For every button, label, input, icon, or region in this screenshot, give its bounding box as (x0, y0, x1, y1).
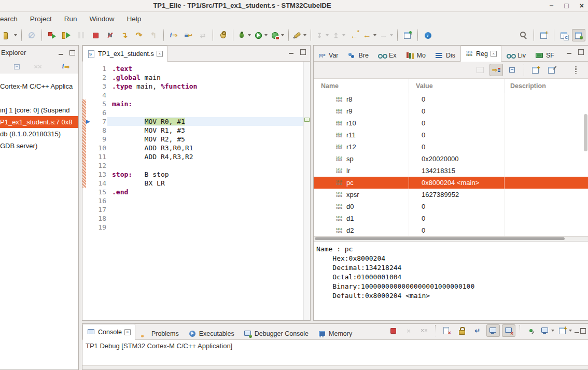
new-button[interactable] (3, 29, 18, 41)
registers-table[interactable]: r80r90r100r110r120sp0x20020000lr13421831… (314, 93, 588, 236)
minimize-view-icon[interactable] (567, 53, 571, 54)
console-tab-console[interactable]: Console× (82, 324, 135, 340)
register-row[interactable]: d20 (314, 224, 588, 236)
annotation-gutter[interactable] (86, 99, 94, 108)
console-tab-memory[interactable]: Memory (314, 328, 356, 339)
edit-register-group-button[interactable] (545, 64, 558, 76)
back-button[interactable]: ← (362, 29, 377, 41)
collapse-all-button[interactable] (506, 64, 519, 76)
menu-item-project[interactable]: Project (30, 15, 52, 23)
step-over-button[interactable]: ↷ (132, 29, 146, 41)
dropdown-chevron-icon[interactable] (569, 330, 572, 332)
console-tab-debugger-console[interactable]: Debugger Console (240, 328, 313, 339)
disconnect-button[interactable] (103, 29, 117, 41)
forward-button[interactable]: → (379, 29, 394, 41)
restart-button[interactable] (45, 29, 59, 41)
close-view-icon[interactable]: × (124, 329, 131, 335)
dropdown-chevron-icon[interactable] (373, 34, 376, 36)
word-wrap-button[interactable]: ↵ (471, 324, 484, 337)
maximize-view-icon[interactable] (580, 328, 586, 334)
last-edit-location-button[interactable]: ← (347, 29, 361, 41)
debug-tree-item[interactable]: Cortex-M C/C++ Applica (0, 80, 78, 92)
annotation-gutter[interactable] (86, 64, 94, 73)
view-tab-reg[interactable]: Reg× (460, 46, 501, 62)
run-button[interactable] (253, 29, 269, 41)
code-editor[interactable]: 1.text2.global main3.type main, %functio… (82, 62, 310, 320)
debug-tree-item[interactable]: P1_ex1_student.s:7 0x8 (0, 116, 78, 128)
step-into-button[interactable]: ↴ (118, 29, 131, 41)
register-row[interactable]: sp0x20020000 (314, 153, 588, 165)
console-tab-problems[interactable]: Problems (136, 328, 183, 339)
register-row[interactable]: xpsr1627389952 (314, 189, 588, 201)
register-row[interactable]: lr134218315 (314, 165, 588, 177)
suspend-button[interactable] (74, 29, 88, 41)
drop-to-frame-button[interactable] (181, 29, 195, 41)
remove-all-launches-button[interactable]: ×× (417, 324, 431, 337)
debug-view-title[interactable]: Explorer (1, 49, 52, 56)
info-button[interactable] (421, 29, 435, 41)
menu-item-run[interactable]: Run (64, 15, 77, 23)
display-console-button[interactable] (540, 324, 555, 337)
minimize-view-icon[interactable] (59, 54, 63, 55)
minimize-view-icon[interactable] (575, 332, 579, 333)
menu-item-help[interactable]: Help (127, 15, 142, 23)
dropdown-chevron-icon[interactable] (326, 34, 329, 36)
register-row[interactable]: r120 (314, 141, 588, 153)
download-button[interactable]: ↧ (314, 29, 330, 41)
dropdown-chevron-icon[interactable] (342, 34, 345, 36)
annotation-gutter[interactable] (86, 196, 94, 205)
open-perspective-button[interactable] (537, 29, 551, 41)
debug-tree-item[interactable]: db (8.1.0.20180315) (0, 128, 78, 140)
step-return-button[interactable]: ↰ (147, 29, 160, 41)
maximize-window-icon[interactable]: □ (564, 2, 568, 9)
maximize-view-icon[interactable] (300, 49, 306, 55)
layout-tree-button[interactable] (489, 64, 503, 76)
debug-launch-tree[interactable]: Cortex-M C/C++ Applicain] 1 [core: 0] (S… (0, 74, 78, 369)
annotation-gutter[interactable] (86, 117, 94, 126)
external-tools-button[interactable] (270, 29, 285, 41)
vertical-scrollbar-thumb[interactable] (584, 114, 587, 151)
instruction-stepping-button[interactable] (167, 29, 180, 41)
close-window-icon[interactable]: × (580, 2, 584, 9)
annotation-gutter[interactable] (86, 188, 94, 196)
view-tab-bre[interactable]: Bre (344, 49, 373, 61)
register-row[interactable]: r80 (314, 93, 588, 105)
register-row[interactable]: d00 (314, 201, 588, 212)
dropdown-chevron-icon[interactable] (281, 34, 284, 36)
annotation-gutter[interactable] (86, 205, 94, 214)
editor-tab[interactable]: TP1_ex1_student.s × (82, 46, 167, 62)
scrollbar-thumb[interactable] (315, 237, 565, 240)
column-header-name[interactable]: Name (321, 79, 409, 93)
view-tab-sf[interactable]: SF (531, 49, 558, 61)
dropdown-chevron-icon[interactable] (264, 34, 268, 36)
terminate-button[interactable] (89, 29, 102, 41)
annotation-gutter[interactable] (86, 161, 94, 170)
view-tab-liv[interactable]: Liv (502, 49, 530, 61)
annotation-gutter[interactable] (86, 214, 94, 223)
scroll-lock-button[interactable] (455, 324, 469, 337)
annotation-gutter[interactable] (86, 73, 94, 82)
open-console-button[interactable] (557, 324, 573, 337)
minimize-window-icon[interactable]: − (549, 2, 553, 9)
close-view-icon[interactable]: × (491, 51, 497, 57)
annotation-gutter[interactable] (86, 223, 94, 232)
annotation-gutter[interactable] (86, 108, 94, 117)
debug-button[interactable] (236, 29, 252, 41)
dropdown-chevron-icon[interactable] (303, 34, 306, 36)
search-button[interactable] (517, 29, 530, 41)
collapse-all-button[interactable] (10, 61, 24, 73)
view-tab-ex[interactable]: Ex (374, 49, 401, 61)
menu-item-earch[interactable]: earch (0, 15, 18, 23)
console-body[interactable]: TP1 Debug [STM32 Cortex-M C/C++ Applicat… (82, 340, 588, 369)
register-row[interactable]: pc0x8000204 <main> (314, 177, 588, 189)
register-row[interactable]: r100 (314, 117, 588, 129)
new-register-group-button[interactable] (529, 64, 542, 76)
annotation-gutter[interactable] (86, 170, 94, 179)
debug-tree-item[interactable] (0, 92, 78, 104)
dropdown-chevron-icon[interactable] (551, 330, 554, 332)
profile-button[interactable] (216, 29, 230, 41)
view-tab-var[interactable]: Var (314, 49, 343, 61)
column-header-description[interactable]: Description (504, 79, 588, 93)
pin-editor-button[interactable] (401, 29, 414, 41)
resume-button[interactable] (60, 29, 73, 41)
